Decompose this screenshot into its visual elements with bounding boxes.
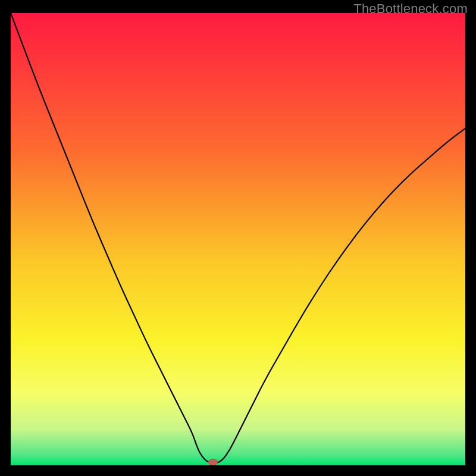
- optimal-marker: [208, 459, 218, 465]
- gradient-background: [11, 13, 465, 465]
- chart-frame: TheBottleneck.com: [0, 0, 476, 476]
- chart-svg: [11, 13, 465, 465]
- watermark-text: TheBottleneck.com: [353, 1, 468, 17]
- plot-area: [11, 13, 465, 465]
